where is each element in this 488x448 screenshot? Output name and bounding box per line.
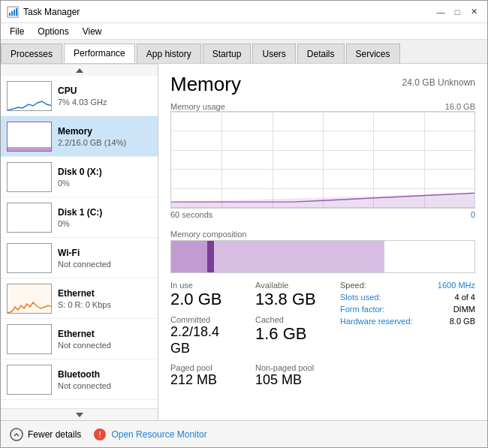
- main-content: CPU 7% 4.03 GHz Memory 2.2/16.0 GB (: [1, 64, 487, 420]
- svg-rect-9: [8, 163, 52, 192]
- memory-info: Memory 2.2/16.0 GB (14%): [58, 126, 152, 147]
- form-factor-value: DIMM: [453, 305, 475, 314]
- tab-startup[interactable]: Startup: [203, 44, 252, 63]
- disk0-detail: 0%: [58, 179, 152, 188]
- cached-value: 1.6 GB: [255, 324, 325, 344]
- composition-label: Memory composition: [170, 230, 475, 239]
- ethernet1-detail: S: 0 R: 0 Kbps: [58, 300, 152, 309]
- sidebar: CPU 7% 4.03 GHz Memory 2.2/16.0 GB (: [1, 64, 158, 420]
- memory-usage-chart: [170, 111, 475, 209]
- wifi-info: Wi-Fi Not connected: [58, 248, 152, 269]
- inuse-label: In use: [170, 281, 240, 290]
- disk1-name: Disk 1 (C:): [58, 207, 152, 218]
- memory-name: Memory: [58, 126, 152, 137]
- cpu-info: CPU 7% 4.03 GHz: [58, 86, 152, 107]
- inuse-value: 2.0 GB: [170, 290, 240, 309]
- tab-users[interactable]: Users: [252, 44, 295, 63]
- ethernet2-detail: Not connected: [58, 341, 152, 350]
- bluetooth-detail: Not connected: [58, 381, 152, 390]
- sidebar-item-wifi[interactable]: Wi-Fi Not connected: [1, 238, 158, 278]
- open-resource-monitor-label[interactable]: Open Resource Monitor: [111, 429, 206, 440]
- sidebar-item-memory[interactable]: Memory 2.2/16.0 GB (14%): [1, 116, 158, 157]
- detail-title: Memory: [170, 73, 241, 96]
- memory-detail: 2.2/16.0 GB (14%): [58, 138, 152, 147]
- svg-rect-8: [8, 147, 52, 152]
- scroll-down-button[interactable]: [1, 408, 158, 420]
- sidebar-item-cpu[interactable]: CPU 7% 4.03 GHz: [1, 76, 158, 116]
- disk1-thumbnail: [7, 203, 52, 233]
- detail-header: Memory 24.0 GB Unknown: [170, 73, 475, 96]
- sidebar-item-ethernet1[interactable]: Ethernet S: 0 R: 0 Kbps: [1, 278, 158, 319]
- tab-details[interactable]: Details: [297, 44, 345, 63]
- tabs-bar: Processes Performance App history Startu…: [1, 40, 487, 64]
- memory-chart-svg: [171, 112, 474, 208]
- footer: Fewer details ! Open Resource Monitor: [1, 420, 487, 447]
- comp-free: [384, 241, 474, 272]
- fewer-details-button[interactable]: Fewer details: [10, 428, 81, 441]
- disk1-info: Disk 1 (C:) 0%: [58, 207, 152, 228]
- open-resource-monitor-button[interactable]: ! Open Resource Monitor: [93, 428, 206, 441]
- tab-services[interactable]: Services: [346, 44, 400, 63]
- stat-non-paged-pool: Non-paged pool 105 MB: [255, 363, 325, 389]
- sidebar-scroll[interactable]: CPU 7% 4.03 GHz Memory 2.2/16.0 GB (: [1, 76, 158, 408]
- stats-right: Speed: 1600 MHz Slots used: 4 of 4 Form …: [340, 281, 475, 388]
- sidebar-item-disk1[interactable]: Disk 1 (C:) 0%: [1, 197, 158, 238]
- cpu-thumbnail: [7, 81, 52, 111]
- hw-reserved-label: Hardware reserved:: [340, 317, 413, 326]
- cached-label: Cached: [255, 315, 325, 324]
- chart-usage-label: Memory usage: [170, 102, 225, 111]
- memory-thumbnail: [7, 122, 52, 152]
- menu-view[interactable]: View: [77, 25, 108, 38]
- composition-bar: [170, 240, 475, 273]
- scroll-up-button[interactable]: [1, 64, 158, 76]
- side-stat-form-factor: Form factor: DIMM: [340, 305, 475, 314]
- sidebar-item-disk0[interactable]: Disk 0 (X:) 0%: [1, 157, 158, 197]
- maximize-button[interactable]: □: [450, 5, 465, 20]
- available-label: Available: [255, 281, 325, 290]
- close-button[interactable]: ✕: [466, 5, 481, 20]
- title-bar-left: Task Manager: [7, 6, 80, 18]
- ethernet2-name: Ethernet: [58, 329, 152, 339]
- svg-text:!: !: [99, 430, 101, 439]
- comp-standby: [214, 241, 384, 272]
- stats-left: In use 2.0 GB Available 13.8 GB Committe…: [170, 281, 325, 388]
- slots-label: Slots used:: [340, 293, 381, 302]
- tab-performance[interactable]: Performance: [64, 44, 135, 63]
- ethernet2-thumbnail: [7, 324, 52, 354]
- menu-options[interactable]: Options: [32, 25, 74, 38]
- menu-file[interactable]: File: [4, 25, 30, 38]
- detail-panel: Memory 24.0 GB Unknown Memory usage 16.0…: [158, 64, 487, 420]
- speed-value: 1600 MHz: [438, 281, 475, 290]
- memory-usage-chart-section: Memory usage 16.0 GB: [170, 102, 475, 219]
- tab-processes[interactable]: Processes: [1, 44, 62, 63]
- task-manager-window: Task Manager — □ ✕ File Options View Pro…: [0, 0, 488, 448]
- detail-subtitle: 24.0 GB Unknown: [402, 77, 475, 88]
- tab-app-history[interactable]: App history: [137, 44, 201, 63]
- sidebar-item-bluetooth[interactable]: Bluetooth Not connected: [1, 359, 158, 400]
- title-controls: — □ ✕: [433, 5, 481, 20]
- svg-rect-14: [8, 365, 52, 395]
- form-factor-label: Form factor:: [340, 305, 384, 314]
- svg-rect-12: [8, 284, 52, 314]
- stats-area: In use 2.0 GB Available 13.8 GB Committe…: [170, 281, 475, 388]
- stat-inuse: In use 2.0 GB: [170, 281, 240, 309]
- available-value: 13.8 GB: [255, 290, 325, 309]
- paged-pool-label: Paged pool: [170, 363, 240, 372]
- svg-rect-11: [8, 244, 52, 273]
- chart-time-end: 0: [471, 210, 475, 219]
- side-stat-hw-reserved: Hardware reserved: 8.0 GB: [340, 317, 475, 326]
- sidebar-item-ethernet2[interactable]: Ethernet Not connected: [1, 319, 158, 359]
- minimize-button[interactable]: —: [433, 5, 448, 20]
- svg-rect-4: [16, 8, 17, 16]
- non-paged-pool-value: 105 MB: [255, 372, 325, 389]
- comp-modified: [207, 241, 213, 272]
- bluetooth-thumbnail: [7, 365, 52, 395]
- disk0-thumbnail: [7, 162, 52, 192]
- bluetooth-name: Bluetooth: [58, 369, 152, 380]
- side-stat-speed: Speed: 1600 MHz: [340, 281, 475, 290]
- svg-rect-10: [8, 203, 52, 233]
- window-title: Task Manager: [23, 7, 80, 17]
- ethernet1-info: Ethernet S: 0 R: 0 Kbps: [58, 288, 152, 309]
- title-bar: Task Manager — □ ✕: [1, 1, 487, 23]
- resource-monitor-icon: !: [93, 428, 107, 441]
